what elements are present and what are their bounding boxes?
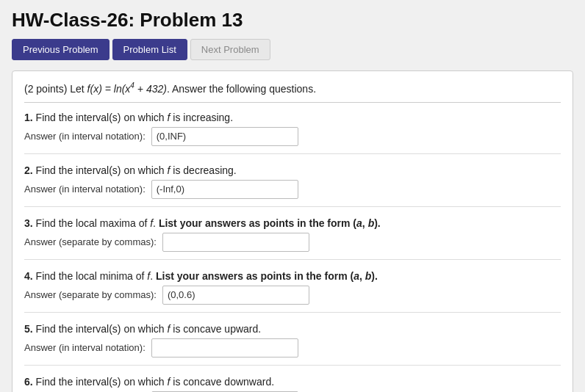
question-2-answer-label: Answer (in interval notation): bbox=[24, 184, 146, 195]
question-5-title: 5. Find the interval(s) on which f is co… bbox=[24, 323, 561, 335]
question-4-block: 4. Find the local minima of f. List your… bbox=[24, 270, 561, 313]
question-2-block: 2. Find the interval(s) on which f is de… bbox=[24, 164, 561, 207]
question-3-block: 3. Find the local maxima of f. List your… bbox=[24, 217, 561, 260]
question-4-answer-row: Answer (separate by commas): bbox=[24, 286, 561, 305]
question-4-answer-input[interactable] bbox=[162, 286, 309, 305]
question-2-title: 2. Find the interval(s) on which f is de… bbox=[24, 164, 561, 176]
question-2-answer-input[interactable] bbox=[151, 180, 298, 199]
next-problem-button[interactable]: Next Problem bbox=[190, 39, 270, 60]
question-1-answer-input[interactable] bbox=[151, 127, 298, 146]
question-5-block: 5. Find the interval(s) on which f is co… bbox=[24, 323, 561, 366]
question-3-answer-label: Answer (separate by commas): bbox=[24, 236, 157, 247]
problem-list-button[interactable]: Problem List bbox=[112, 39, 187, 60]
question-3-answer-input[interactable] bbox=[162, 233, 309, 252]
question-6-title: 6. Find the interval(s) on which f is co… bbox=[24, 376, 561, 388]
question-1-block: 1. Find the interval(s) on which f is in… bbox=[24, 112, 561, 154]
question-4-title: 4. Find the local minima of f. List your… bbox=[24, 270, 561, 282]
question-1-answer-label: Answer (in interval notation): bbox=[24, 131, 146, 142]
problem-box: (2 points) Let f(x) = ln(x4 + 432). Answ… bbox=[12, 70, 573, 392]
question-3-title: 3. Find the local maxima of f. List your… bbox=[24, 217, 561, 229]
question-3-answer-row: Answer (separate by commas): bbox=[24, 233, 561, 252]
question-4-answer-label: Answer (separate by commas): bbox=[24, 289, 157, 300]
question-1-title: 1. Find the interval(s) on which f is in… bbox=[24, 112, 561, 123]
question-1-answer-row: Answer (in interval notation): bbox=[24, 127, 561, 146]
question-2-answer-row: Answer (in interval notation): bbox=[24, 180, 561, 199]
question-5-answer-row: Answer (in interval notation): bbox=[24, 338, 561, 357]
page-title: HW-Class-26: Problem 13 bbox=[12, 9, 573, 32]
nav-buttons: Previous Problem Problem List Next Probl… bbox=[12, 39, 573, 60]
problem-intro: (2 points) Let f(x) = ln(x4 + 432). Answ… bbox=[24, 81, 561, 103]
previous-problem-button[interactable]: Previous Problem bbox=[12, 39, 110, 60]
question-5-answer-input[interactable] bbox=[151, 338, 298, 357]
question-6-block: 6. Find the interval(s) on which f is co… bbox=[24, 376, 561, 392]
question-5-answer-label: Answer (in interval notation): bbox=[24, 342, 146, 353]
